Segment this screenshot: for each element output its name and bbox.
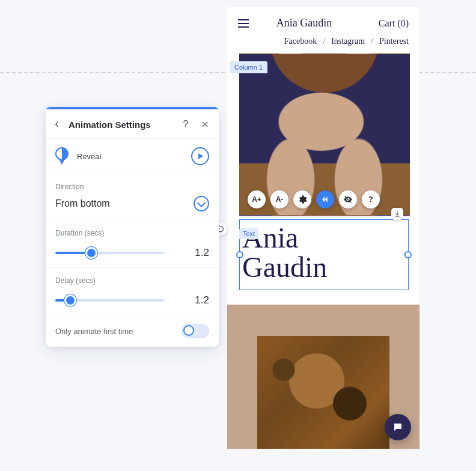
help-icon[interactable]: ?	[362, 190, 380, 208]
gear-icon[interactable]	[293, 190, 311, 208]
effect-name: Reveal	[77, 152, 184, 161]
site-title: Ania Gaudin	[276, 17, 332, 29]
editor-stage: Ania Gaudin Cart (0) Facebook/ Instagram…	[0, 0, 476, 471]
font-decrease-button[interactable]: A-	[270, 190, 288, 208]
panel-header: Animation Settings ?	[46, 109, 219, 139]
text-element-selected[interactable]: AniaGaudin	[239, 219, 409, 290]
delay-section: Delay (secs) 1.2	[46, 268, 219, 315]
direction-value: From bottom	[55, 198, 110, 209]
texture-image[interactable]	[257, 336, 389, 449]
delay-slider[interactable]	[55, 299, 165, 302]
hero-image[interactable]: A+ A- ?	[239, 53, 409, 214]
preview-play-button[interactable]	[191, 147, 209, 165]
cart-link[interactable]: Cart (0)	[379, 18, 409, 29]
only-first-label: Only animate first time	[55, 327, 133, 336]
delay-value: 1.2	[189, 294, 209, 306]
only-first-toggle[interactable]	[182, 324, 209, 338]
text-toolbar: A+ A- ?	[248, 190, 380, 208]
pinterest-link[interactable]: Pinterest	[379, 37, 409, 46]
panel-title: Animation Settings	[69, 120, 173, 130]
facebook-link[interactable]: Facebook	[284, 37, 317, 46]
resize-handle-right[interactable]	[404, 251, 412, 258]
text-tag: Text	[239, 228, 258, 239]
help-button[interactable]: ?	[179, 118, 192, 131]
social-links: Facebook/ Instagram/ Pinterest	[227, 33, 420, 53]
font-increase-button[interactable]: A+	[248, 190, 266, 208]
direction-dropdown[interactable]	[194, 196, 209, 211]
duration-thumb[interactable]	[85, 247, 97, 259]
close-button[interactable]	[198, 118, 212, 131]
effect-row: Reveal	[46, 139, 219, 174]
back-button[interactable]	[52, 119, 63, 130]
download-icon[interactable]	[391, 208, 403, 220]
duration-slider[interactable]	[55, 252, 165, 254]
resize-handle-left[interactable]	[236, 251, 243, 258]
chat-icon[interactable]	[385, 414, 411, 440]
duration-label: Duration (secs)	[55, 229, 209, 237]
direction-label: Direction	[55, 183, 209, 191]
direction-section: Direction From bottom	[46, 174, 219, 220]
column-tag: Column 1	[230, 61, 267, 73]
menu-icon[interactable]	[238, 19, 249, 28]
balloon-icon	[55, 147, 69, 165]
delay-label: Delay (secs)	[55, 276, 209, 285]
delay-thumb[interactable]	[64, 294, 76, 306]
toggle-knob	[183, 325, 194, 336]
only-first-section: Only animate first time	[46, 315, 219, 347]
animation-button[interactable]	[316, 190, 334, 208]
mobile-preview: Ania Gaudin Cart (0) Facebook/ Instagram…	[227, 7, 420, 449]
animation-settings-panel: Animation Settings ? Reveal Direction Fr…	[46, 107, 219, 347]
instagram-link[interactable]: Instagram	[331, 37, 365, 46]
duration-section: Duration (secs) 1.2	[46, 220, 219, 268]
hide-icon[interactable]	[339, 190, 357, 208]
duration-value: 1.2	[189, 247, 209, 259]
site-header: Ania Gaudin Cart (0)	[227, 7, 420, 33]
display-name: AniaGaudin	[242, 223, 403, 282]
